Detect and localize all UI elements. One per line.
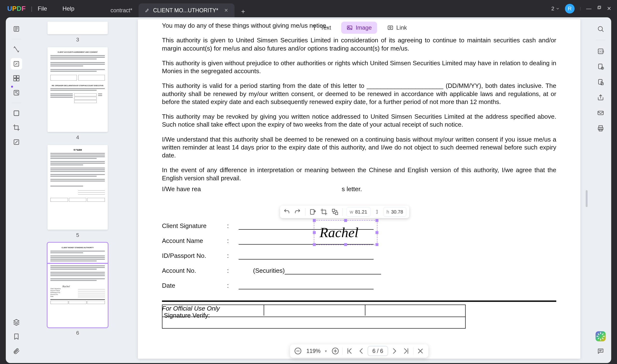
selected-image[interactable]: Rachel xyxy=(314,220,377,245)
svg-rect-7 xyxy=(17,78,19,81)
close-button[interactable]: ✕ xyxy=(607,6,611,12)
zoom-in-button[interactable] xyxy=(331,347,339,355)
last-page-button[interactable] xyxy=(402,347,410,355)
maximize-button[interactable] xyxy=(597,6,602,12)
share-button[interactable] xyxy=(595,92,606,103)
fill-sign-tool[interactable] xyxy=(11,87,22,98)
edit-tool[interactable] xyxy=(11,58,22,70)
ocr-button[interactable]: OCR xyxy=(595,46,606,57)
resize-handle-bm[interactable] xyxy=(344,243,347,246)
tab-label: contract* xyxy=(111,7,133,14)
divider xyxy=(12,39,21,39)
height-input[interactable]: h 30.78 xyxy=(384,207,406,217)
colon: : xyxy=(227,252,239,260)
protect-button[interactable] xyxy=(595,61,606,72)
rotate-right-button[interactable] xyxy=(294,208,301,215)
securities-prefix: (Securities) xyxy=(253,267,285,274)
resize-handle-tm[interactable] xyxy=(344,219,347,222)
height-value: 30.78 xyxy=(391,209,403,215)
replace-button[interactable] xyxy=(331,208,339,215)
resize-handle-ml[interactable] xyxy=(313,231,316,234)
flatten-button[interactable] xyxy=(595,76,606,88)
resize-handle-mr[interactable] xyxy=(375,231,378,234)
minimize-button[interactable]: — xyxy=(586,6,591,12)
paragraph: This authority is valid for a period sta… xyxy=(162,82,556,106)
resize-handle-tr[interactable] xyxy=(375,219,378,222)
new-tab-button[interactable]: + xyxy=(237,6,249,17)
colon: : xyxy=(227,222,239,230)
edit-link-button[interactable]: Link xyxy=(382,22,412,34)
svg-text:OCR: OCR xyxy=(599,50,604,53)
attachment-button[interactable] xyxy=(11,345,22,357)
vertical-scrollbar[interactable] xyxy=(586,190,588,207)
svg-rect-5 xyxy=(17,76,19,78)
resize-handle-bl[interactable] xyxy=(313,243,316,246)
reader-tool[interactable] xyxy=(11,23,22,35)
colon: : xyxy=(227,237,239,245)
field-account-no: Account No. : (Securities) xyxy=(162,266,556,274)
measure-tool[interactable] xyxy=(11,136,22,148)
zoom-out-button[interactable] xyxy=(294,347,302,355)
svg-rect-23 xyxy=(598,64,602,69)
text-icon xyxy=(311,25,318,31)
extract-button[interactable] xyxy=(309,208,316,215)
redact-tool[interactable] xyxy=(11,107,22,119)
zoom-level[interactable]: 119% xyxy=(305,348,322,354)
divider xyxy=(12,103,21,103)
crop-button[interactable] xyxy=(320,208,328,215)
menu-file[interactable]: File xyxy=(38,5,47,12)
edit-text-button[interactable]: Text xyxy=(306,22,336,34)
tab-client-authority[interactable]: CLIENT MO...UTHORITY* ✕ xyxy=(138,3,234,17)
svg-rect-4 xyxy=(14,76,16,78)
width-value: 81.21 xyxy=(355,209,367,215)
thumbnail-page-6[interactable]: CLIENT MONEY STANDING AUTHORITY Rachel C… xyxy=(47,243,108,327)
maximize-icon xyxy=(597,6,602,10)
organize-tool[interactable] xyxy=(11,72,22,84)
width-label: w xyxy=(350,209,353,215)
thumbnail-page-5[interactable]: 客戶協議書 xyxy=(47,145,108,230)
edit-image-button[interactable]: Image xyxy=(341,22,377,34)
lock-aspect-icon[interactable] xyxy=(374,209,380,214)
thumbnail-panel[interactable]: 3 CLIENT ACCOUNTS AGREEMENT AND CONSENT … xyxy=(27,17,128,363)
page-indicator[interactable]: 6 / 6 xyxy=(368,346,388,356)
svg-rect-16 xyxy=(332,209,335,212)
rotate-left-button[interactable] xyxy=(283,208,290,215)
search-button[interactable] xyxy=(595,23,606,35)
tab-close-button[interactable]: ✕ xyxy=(224,7,228,13)
image-icon xyxy=(347,25,353,31)
layers-button[interactable] xyxy=(11,316,22,328)
bookmark-button[interactable] xyxy=(11,331,22,342)
pdf-page[interactable]: You may do any of these things without g… xyxy=(138,19,580,359)
selection-box[interactable]: Rachel xyxy=(314,220,377,245)
first-page-button[interactable] xyxy=(345,347,354,355)
field-label: ID/Passport No. xyxy=(162,252,227,260)
next-page-button[interactable] xyxy=(391,347,399,355)
document-canvas[interactable]: Text Image Link You may do any of these … xyxy=(128,17,590,363)
colon: : xyxy=(227,267,239,274)
tab-contract[interactable]: contract* xyxy=(104,3,139,17)
zoom-dropdown[interactable]: ▾ xyxy=(325,349,327,353)
paragraph: This authority may be revoked by giving … xyxy=(162,113,556,129)
svg-rect-15 xyxy=(310,209,314,214)
tab-count-dropdown[interactable]: 2 xyxy=(551,6,560,12)
menu-help[interactable]: Help xyxy=(62,5,74,12)
width-input[interactable]: w 81.21 xyxy=(347,207,370,217)
edit-image-label: Image xyxy=(356,24,372,31)
email-button[interactable] xyxy=(595,107,606,119)
comment-tool[interactable] xyxy=(11,44,22,55)
close-navigator-button[interactable] xyxy=(416,347,425,355)
thumbnail-page-4[interactable]: CLIENT ACCOUNTS AGREEMENT AND CONSENT RE… xyxy=(47,47,108,132)
signature-line xyxy=(239,251,374,260)
resize-handle-tl[interactable] xyxy=(313,219,316,222)
ai-assistant-button[interactable] xyxy=(596,331,606,341)
resize-handle-br[interactable] xyxy=(375,243,378,246)
avatar[interactable]: R xyxy=(565,4,575,13)
crop-tool[interactable] xyxy=(11,122,22,133)
thumbnail-page-3[interactable] xyxy=(47,22,108,34)
prev-page-button[interactable] xyxy=(356,347,365,355)
menu-separator: | xyxy=(31,5,32,12)
thumbnail-label: 6 xyxy=(39,330,116,336)
field-label: Account Name xyxy=(162,237,227,245)
chat-button[interactable] xyxy=(595,345,606,357)
print-button[interactable] xyxy=(595,123,606,134)
